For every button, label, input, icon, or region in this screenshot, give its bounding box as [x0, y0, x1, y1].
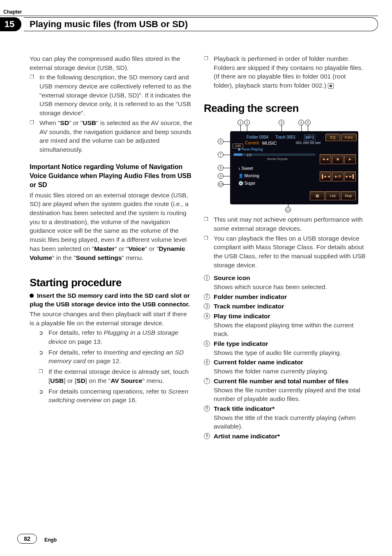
item-title: Track title indicator*: [214, 405, 274, 412]
screen-item-7: 7Current file number and total number of…: [204, 377, 367, 403]
notice-heading: Important Notice regarding Volume of Nav…: [30, 162, 192, 190]
ref4-post: on page 16.: [101, 396, 137, 403]
circled-number-icon: 9: [204, 433, 210, 439]
circled-number-icon: 3: [204, 303, 210, 309]
next-button[interactable]: ►: [344, 154, 356, 164]
track-title: ♪ Sweet: [238, 166, 253, 171]
circled-number-icon: 4: [204, 313, 210, 319]
ref-4: ➲ For details concerning operations, ref…: [30, 387, 192, 405]
notice-body: If music files stored on an external sto…: [30, 191, 192, 262]
left-bullet-1: In the following description, the SD mem…: [30, 73, 192, 117]
end-square-icon: [328, 83, 334, 89]
screen-item-3: 3Track number indicator: [204, 302, 367, 311]
circled-number-icon: 2: [204, 294, 210, 300]
ref2-post: on page 12.: [85, 357, 121, 364]
chapter-rule: [0, 16, 378, 16]
in-the: " in the ": [52, 254, 76, 261]
or2: " or ": [145, 245, 159, 252]
voice-label: Voice: [129, 245, 145, 252]
ref-1: ➲ For details, refer to Plugging in a US…: [30, 328, 192, 346]
refer-icon: ➲: [39, 329, 44, 337]
refer-icon: ➲: [39, 388, 44, 396]
ref3-post: ] on the ": [85, 377, 111, 384]
item-desc: Shows which source has been selected.: [214, 283, 367, 292]
right-bullet-2: You can playback the files on a USB stor…: [204, 234, 367, 270]
chapter-number-badge: 15: [0, 17, 21, 31]
screen-item-6: 6Current folder name indicatorShows the …: [204, 358, 367, 375]
right-bullet-1: This unit may not achieve optimum perfor…: [204, 215, 367, 233]
current-folder-name: MUSIC: [262, 140, 277, 146]
usb-label: USB: [83, 119, 96, 126]
circled-number-icon: 7: [204, 378, 210, 384]
item-title: Source icon: [214, 274, 250, 281]
page-number: 82: [17, 534, 37, 544]
map-button[interactable]: Map: [341, 191, 356, 200]
bullet2-pre: When ": [39, 119, 60, 126]
now-playing-label: ▶ Now Playing: [238, 147, 263, 152]
ref3-sd: SD: [76, 377, 85, 384]
list-button[interactable]: List: [325, 191, 340, 200]
screen-item-9: 9Artist name indicator*: [204, 432, 367, 441]
callout-2: 2: [244, 120, 250, 125]
ref-2: ➲ For details, refer to Inserting and ej…: [30, 348, 192, 366]
or1: " or ": [115, 245, 128, 252]
refer-icon: ➲: [39, 349, 44, 357]
right-column: Playback is performed in order of folder…: [204, 54, 367, 442]
reading-screen-heading: Reading the screen: [204, 101, 367, 116]
master-label: Master: [94, 245, 115, 252]
chapter-label: Chapter: [3, 9, 22, 15]
callout-5: 5: [305, 120, 311, 125]
circled-number-icon: 8: [204, 405, 210, 412]
menu-end: " menu.: [122, 254, 143, 261]
left-bullet-2: When "SD" or "USB" is selected as the AV…: [30, 118, 192, 154]
play-pause-button[interactable]: ►/II: [332, 171, 344, 181]
media-repeat-label: Media Repeat: [267, 157, 288, 161]
screen-item-4: 4Play time indicatorShows the elapsed pl…: [204, 312, 367, 338]
eq-button[interactable]: EQ: [325, 134, 340, 141]
prev-button[interactable]: ◄◄: [320, 154, 331, 164]
item-title: Play time indicator: [214, 313, 270, 320]
ref4-pre: For details concerning operations, refer…: [48, 388, 168, 395]
screen-item-1: 1Source iconShows which source has been …: [204, 273, 367, 291]
callout-11: 11: [285, 207, 291, 213]
callout-8: 8: [218, 165, 224, 171]
ref3-mid: ] or [: [64, 377, 76, 384]
play-time: 001 min 59 sec: [296, 140, 321, 146]
sd-label: SD: [60, 119, 69, 126]
callout-1: 1: [238, 120, 243, 125]
item-desc: Shows the title of the track currently p…: [214, 413, 367, 431]
func-button[interactable]: Func: [341, 134, 357, 141]
stop-button[interactable]: ■: [332, 154, 344, 164]
circled-number-icon: 6: [204, 359, 210, 365]
ref3-end: " menu.: [142, 377, 164, 384]
folder-indicator: Folder 0004: [247, 134, 268, 140]
current-label: Current:: [245, 140, 260, 146]
callout-10: 10: [218, 181, 224, 187]
item-title: Artist name indicator*: [214, 433, 280, 440]
skip-forward-button[interactable]: ►►▌: [344, 171, 356, 181]
screen-item-5: 5File type indicatorShows the type of au…: [204, 339, 367, 357]
item-desc: Shows the folder name currently playing.: [214, 367, 367, 376]
intro-text: You can play the compressed audio files …: [30, 54, 192, 72]
progress-bar: [233, 153, 316, 156]
album-name: 💿 Sugar: [238, 181, 255, 186]
item-title: File type indicator: [214, 340, 268, 347]
circled-number-icon: 1: [204, 275, 210, 281]
ref-3: If the external storage device is alread…: [30, 367, 192, 385]
right-top-bullet-text: Playback is performed in order of folder…: [214, 55, 363, 89]
item-desc: Shows the file number currently played a…: [214, 386, 367, 403]
grid-button[interactable]: ▦: [310, 191, 325, 200]
file-count: 1/9: [247, 153, 252, 158]
skip-back-button[interactable]: ▐◄◄: [320, 171, 331, 181]
item-title: Current file number and total number of …: [214, 378, 348, 385]
language-code: Engb: [44, 537, 57, 543]
starting-procedure-heading: Starting procedure: [30, 275, 192, 290]
player-screenshot: 1 2 3 4 5 6 7 8 9 10: [218, 120, 358, 213]
item-title: Track number indicator: [214, 303, 284, 310]
left-column: You can play the compressed audio files …: [30, 54, 192, 442]
right-top-bullet: Playback is performed in order of folder…: [204, 54, 367, 90]
callout-4: 4: [298, 120, 304, 125]
ref3-avsource: AV Source: [111, 377, 142, 384]
ref3-usb: USB: [50, 377, 64, 384]
step-body: The source changes and then playback wil…: [30, 310, 192, 327]
